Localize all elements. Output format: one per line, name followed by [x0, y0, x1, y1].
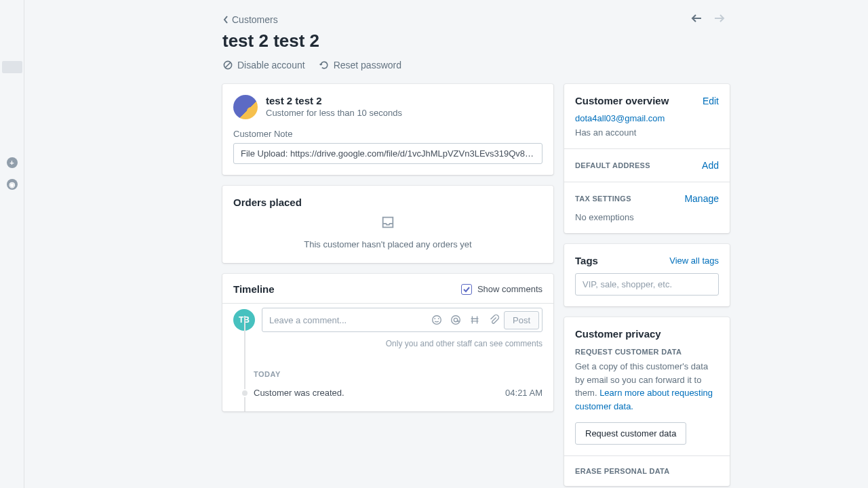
add-icon[interactable]: +	[7, 157, 18, 168]
breadcrumb-label: Customers	[232, 14, 278, 25]
view-icon[interactable]: ◉	[7, 179, 18, 190]
reset-password-button[interactable]: Reset password	[319, 60, 401, 70]
svg-line-1	[225, 62, 231, 68]
tags-input[interactable]	[575, 273, 719, 296]
chevron-left-icon	[222, 15, 229, 24]
show-comments-toggle[interactable]: Show comments	[461, 284, 542, 295]
disable-account-button[interactable]: Disable account	[222, 60, 305, 70]
timeline-title: Timeline	[233, 283, 275, 295]
page-title: test 2 test 2	[222, 30, 730, 52]
account-status: Has an account	[575, 127, 719, 138]
prev-arrow[interactable]	[690, 14, 703, 25]
customer-note-input[interactable]	[233, 143, 542, 164]
customer-email[interactable]: dota4all03@gmail.com	[575, 113, 719, 123]
orders-card: Orders placed This customer hasn't place…	[222, 186, 553, 263]
reset-icon	[319, 60, 330, 70]
reset-label: Reset password	[334, 60, 401, 70]
orders-empty-text: This customer hasn't placed any orders y…	[304, 239, 471, 249]
svg-point-5	[452, 316, 460, 325]
default-address-label: DEFAULT ADDRESS	[575, 161, 650, 169]
svg-point-2	[433, 316, 441, 325]
post-button[interactable]: Post	[504, 311, 539, 329]
privacy-title: Customer privacy	[575, 328, 719, 340]
timeline-item-time: 04:21 AM	[505, 388, 542, 398]
orders-title: Orders placed	[233, 197, 542, 208]
comment-visibility-note: Only you and other staff can see comment…	[222, 339, 553, 358]
add-address-link[interactable]: Add	[702, 160, 719, 171]
svg-point-3	[434, 318, 435, 319]
breadcrumb: Customers	[222, 14, 730, 25]
next-arrow	[713, 14, 726, 25]
note-label: Customer Note	[233, 129, 542, 139]
tags-card: Tags View all tags	[564, 244, 730, 306]
overview-title: Customer overview	[575, 95, 669, 106]
left-rail: + ◉	[0, 0, 24, 488]
timeline-dot-icon	[241, 389, 249, 397]
tags-title: Tags	[575, 255, 598, 266]
svg-point-4	[438, 318, 439, 319]
svg-point-6	[454, 318, 457, 321]
customer-since: Customer for less than 10 seconds	[266, 108, 402, 118]
comment-input[interactable]	[269, 315, 431, 325]
timeline-item-text: Customer was created.	[254, 388, 505, 398]
show-comments-label: Show comments	[477, 284, 542, 294]
manage-tax-link[interactable]: Manage	[684, 193, 719, 204]
timeline-date-label: TODAY	[254, 370, 542, 378]
avatar	[233, 95, 258, 119]
customer-name: test 2 test 2	[266, 95, 402, 106]
privacy-text: Get a copy of this customer's data by em…	[575, 360, 719, 413]
overview-card: Customer overview Edit dota4all03@gmail.…	[564, 84, 730, 233]
rail-tab[interactable]	[2, 61, 22, 73]
disable-icon	[222, 60, 233, 70]
tax-exemptions: No exemptions	[575, 212, 719, 222]
customer-card: test 2 test 2 Customer for less than 10 …	[222, 84, 553, 175]
disable-label: Disable account	[237, 60, 305, 70]
edit-link[interactable]: Edit	[703, 96, 719, 106]
hashtag-icon[interactable]	[469, 314, 481, 326]
mention-icon[interactable]	[450, 314, 462, 326]
view-all-tags-link[interactable]: View all tags	[669, 256, 719, 266]
emoji-icon[interactable]	[431, 314, 443, 326]
erase-data-label: ERASE PERSONAL DATA	[575, 467, 719, 475]
request-data-label: REQUEST CUSTOMER DATA	[575, 348, 719, 356]
tax-settings-label: TAX SETTINGS	[575, 195, 631, 203]
privacy-card: Customer privacy REQUEST CUSTOMER DATA G…	[564, 317, 730, 486]
timeline-item: Customer was created. 04:21 AM	[244, 388, 542, 398]
request-data-button[interactable]: Request customer data	[575, 422, 686, 445]
attachment-icon[interactable]	[488, 314, 500, 326]
timeline-card: Timeline Show comments TB	[222, 274, 553, 411]
back-link[interactable]: Customers	[222, 14, 278, 25]
inbox-icon	[380, 215, 395, 230]
checkbox-icon	[461, 284, 472, 295]
